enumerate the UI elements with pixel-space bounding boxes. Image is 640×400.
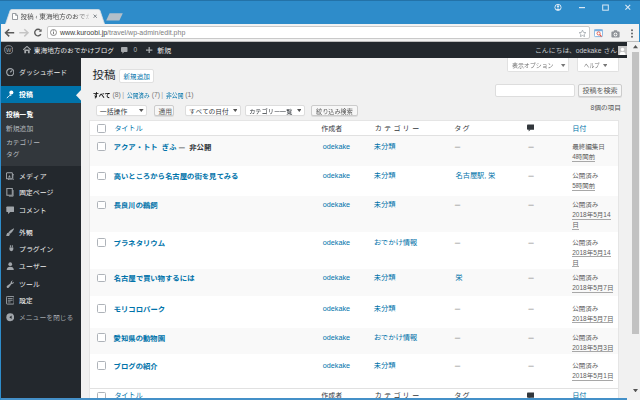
svg-text:W: W	[6, 47, 12, 53]
